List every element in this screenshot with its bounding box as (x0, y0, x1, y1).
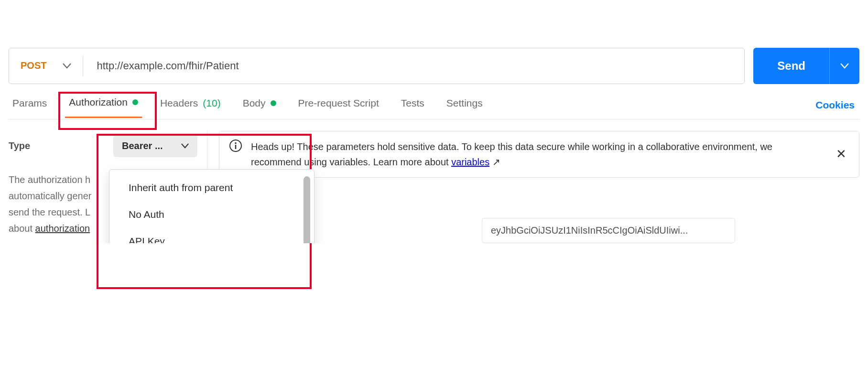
auth-type-row: Type Bearer ... (9, 131, 202, 172)
close-icon[interactable]: ✕ (833, 143, 849, 165)
auth-type-selected: Bearer ... (122, 140, 163, 151)
dropdown-scrollbar[interactable] (304, 176, 310, 243)
auth-option-noauth[interactable]: No Auth (109, 201, 314, 228)
tab-settings[interactable]: Settings (443, 93, 487, 118)
send-dropdown[interactable] (829, 48, 859, 84)
auth-option-apikey[interactable]: API Key (109, 228, 314, 243)
tab-authorization[interactable]: Authorization (65, 92, 142, 118)
tab-params[interactable]: Params (9, 93, 51, 118)
variables-link[interactable]: variables (451, 157, 489, 167)
request-tabs: Params Authorization Headers (10) Body P… (9, 91, 859, 119)
tab-body[interactable]: Body (239, 93, 280, 118)
auth-type-dropdown: Inherit auth from parent No Auth API Key… (109, 169, 315, 243)
request-bar: POST Send (9, 48, 859, 84)
http-method-select[interactable]: POST (9, 55, 83, 76)
sensitive-data-notice: Heads up! These parameters hold sensitiv… (219, 131, 859, 178)
auth-left-column: Type Bearer ... The authorization h auto… (9, 131, 207, 243)
status-dot-icon (132, 99, 138, 105)
auth-type-label: Type (9, 140, 30, 151)
tab-headers[interactable]: Headers (10) (156, 93, 225, 118)
send-label: Send (777, 59, 805, 73)
external-arrow-icon: ↗ (492, 157, 500, 167)
http-method-label: POST (21, 60, 46, 71)
info-icon (229, 139, 242, 152)
cookies-link[interactable]: Cookies (815, 99, 859, 111)
chevron-down-icon (181, 143, 189, 149)
token-input[interactable]: eyJhbGciOiJSUzI1NiIsInR5cCIgOiAiSldUIiwi… (482, 218, 735, 243)
token-value: eyJhbGciOiJSUzI1NiIsInR5cCIgOiAiSldUIiwi… (491, 225, 688, 236)
url-input[interactable] (83, 60, 744, 72)
chevron-down-icon (63, 63, 71, 69)
status-dot-icon (271, 100, 276, 106)
svg-point-1 (235, 142, 237, 144)
tab-prerequest[interactable]: Pre-request Script (294, 93, 383, 118)
authorization-help-link[interactable]: authorization (35, 223, 90, 234)
chevron-down-icon (840, 63, 849, 69)
url-box: POST (9, 48, 745, 84)
send-button[interactable]: Send (753, 48, 829, 84)
notice-text: Heads up! These parameters hold sensitiv… (251, 139, 825, 170)
auth-type-select[interactable]: Bearer ... (113, 135, 197, 157)
send-button-group: Send (753, 48, 859, 84)
auth-option-inherit[interactable]: Inherit auth from parent (109, 174, 314, 201)
svg-rect-2 (235, 145, 237, 149)
auth-panel: Type Bearer ... The authorization h auto… (9, 131, 859, 243)
tab-tests[interactable]: Tests (397, 93, 428, 118)
